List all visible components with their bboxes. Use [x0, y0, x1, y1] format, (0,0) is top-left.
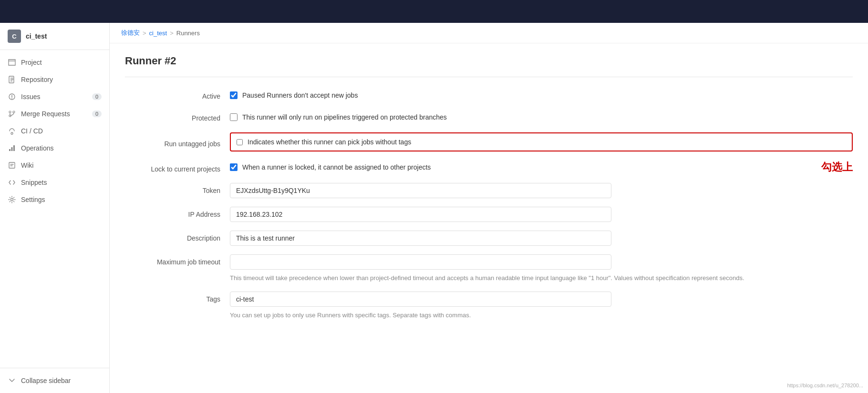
sidebar-item-label-issues: Issues: [21, 93, 40, 101]
sidebar-item-cicd[interactable]: CI / CD: [0, 122, 109, 140]
lock-checkbox-row: When a runner is locked, it cannot be as…: [230, 161, 807, 174]
breadcrumb: 徐德安 > ci_test > Runners: [110, 23, 868, 43]
ip-input[interactable]: [230, 207, 611, 222]
repository-icon: [8, 75, 16, 84]
form-row-run-untagged: Run untagged jobs Indicates whether this…: [125, 132, 853, 151]
settings-icon: [8, 195, 16, 204]
active-checkbox-row: Paused Runners don't accept new jobs: [230, 89, 853, 102]
active-checkbox[interactable]: [230, 91, 238, 99]
form-row-active: Active Paused Runners don't accept new j…: [125, 89, 853, 102]
content-area: Runner #2 Active Paused Runners don't ac…: [110, 43, 868, 340]
svg-point-4: [13, 111, 15, 113]
snippets-icon: [8, 178, 16, 187]
breadcrumb-project[interactable]: ci_test: [149, 30, 167, 37]
description-field: [230, 231, 853, 246]
ip-label: IP Address: [125, 207, 230, 218]
active-field: Paused Runners don't accept new jobs: [230, 89, 853, 102]
form-row-token: Token: [125, 183, 853, 198]
sidebar-item-label-repository: Repository: [21, 76, 53, 83]
main-content: 徐德安 > ci_test > Runners Runner #2 Active…: [110, 23, 868, 393]
sidebar-item-operations[interactable]: Operations: [0, 140, 109, 157]
svg-rect-8: [13, 145, 15, 151]
breadcrumb-sep-1: >: [143, 30, 146, 37]
protected-checkbox[interactable]: [230, 113, 238, 121]
protected-checkbox-label: This runner will only run on pipelines t…: [242, 113, 447, 121]
sidebar-item-label-operations: Operations: [21, 144, 53, 152]
breadcrumb-current: Runners: [176, 30, 200, 37]
form-row-description: Description: [125, 231, 853, 246]
project-name: ci_test: [26, 32, 47, 40]
collapse-icon: [8, 376, 16, 385]
token-field: [230, 183, 853, 198]
sidebar-item-label-cicd: CI / CD: [21, 127, 43, 135]
sidebar-item-label-wiki: Wiki: [21, 161, 33, 169]
run-untagged-highlighted: Indicates whether this runner can pick j…: [230, 132, 853, 151]
issues-badge: 0: [92, 93, 102, 100]
sidebar-item-settings[interactable]: Settings: [0, 191, 109, 208]
description-input[interactable]: [230, 231, 611, 246]
sidebar-item-label-merge: Merge Requests: [21, 110, 70, 118]
breadcrumb-user[interactable]: 徐德安: [121, 29, 140, 37]
top-bar: [0, 0, 868, 23]
issues-icon: [8, 92, 16, 101]
protected-label: Protected: [125, 111, 230, 122]
avatar: C: [8, 30, 21, 43]
tags-input[interactable]: [230, 292, 611, 307]
sidebar-bottom: Collapse sidebar: [0, 368, 109, 393]
form-row-tags: Tags You can set up jobs to only use Run…: [125, 292, 853, 320]
sidebar-item-merge-requests[interactable]: Merge Requests 0: [0, 105, 109, 122]
active-label: Active: [125, 89, 230, 100]
run-untagged-field: Indicates whether this runner can pick j…: [230, 132, 853, 151]
description-label: Description: [125, 231, 230, 242]
svg-rect-7: [11, 147, 13, 151]
merge-badge: 0: [92, 111, 102, 117]
protected-checkbox-row: This runner will only run on pipelines t…: [230, 111, 853, 124]
wiki-icon: [8, 161, 16, 170]
lock-checkbox[interactable]: [230, 163, 238, 171]
sidebar-item-label-project: Project: [21, 59, 42, 66]
run-untagged-checkbox[interactable]: [237, 139, 243, 145]
merge-requests-icon: [8, 110, 16, 118]
timeout-input[interactable]: [230, 254, 611, 270]
sidebar-nav: Project Repository Issues 0: [0, 50, 109, 212]
token-label: Token: [125, 183, 230, 194]
sidebar-header: C ci_test: [0, 23, 109, 50]
lock-checkbox-label: When a runner is locked, it cannot be as…: [242, 163, 431, 171]
breadcrumb-sep-2: >: [170, 30, 174, 37]
collapse-label: Collapse sidebar: [21, 377, 71, 384]
svg-point-2: [9, 111, 11, 113]
active-checkbox-label: Paused Runners don't accept new jobs: [242, 91, 358, 99]
sidebar-item-repository[interactable]: Repository: [0, 71, 109, 88]
run-untagged-checkbox-label: Indicates whether this runner can pick j…: [248, 138, 411, 146]
svg-rect-9: [9, 162, 15, 168]
form-row-timeout: Maximum job timeout This timeout will ta…: [125, 254, 853, 283]
timeout-field: This timeout will take precedence when l…: [230, 254, 853, 283]
ip-field: [230, 207, 853, 222]
sidebar-item-collapse[interactable]: Collapse sidebar: [0, 372, 109, 389]
sidebar-item-snippets[interactable]: Snippets: [0, 174, 109, 191]
token-input[interactable]: [230, 183, 611, 198]
tags-help: You can set up jobs to only use Runners …: [230, 311, 853, 320]
form-row-protected: Protected This runner will only run on p…: [125, 111, 853, 124]
tags-field: You can set up jobs to only use Runners …: [230, 292, 853, 320]
project-icon: [8, 58, 16, 67]
sidebar: C ci_test Project Repository: [0, 23, 110, 393]
page-title: Runner #2: [125, 55, 853, 67]
sidebar-item-wiki[interactable]: Wiki: [0, 157, 109, 174]
form-row-ip: IP Address: [125, 207, 853, 222]
svg-point-10: [11, 199, 13, 201]
form-row-lock: Lock to current projects When a runner i…: [125, 160, 853, 174]
operations-icon: [8, 144, 16, 152]
svg-rect-6: [9, 149, 10, 151]
sidebar-item-issues[interactable]: Issues 0: [0, 88, 109, 105]
watermark: https://blog.csdn.net/u_278200...: [787, 383, 863, 388]
annotation-lock: 勾选上: [821, 160, 853, 174]
svg-point-5: [11, 132, 13, 134]
lock-field: When a runner is locked, it cannot be as…: [230, 161, 807, 174]
lock-label: Lock to current projects: [125, 161, 230, 173]
run-untagged-label: Run untagged jobs: [125, 136, 230, 148]
title-divider: [125, 77, 853, 77]
sidebar-item-project[interactable]: Project: [0, 54, 109, 71]
sidebar-item-label-snippets: Snippets: [21, 179, 47, 186]
timeout-help: This timeout will take precedence when l…: [230, 273, 853, 283]
